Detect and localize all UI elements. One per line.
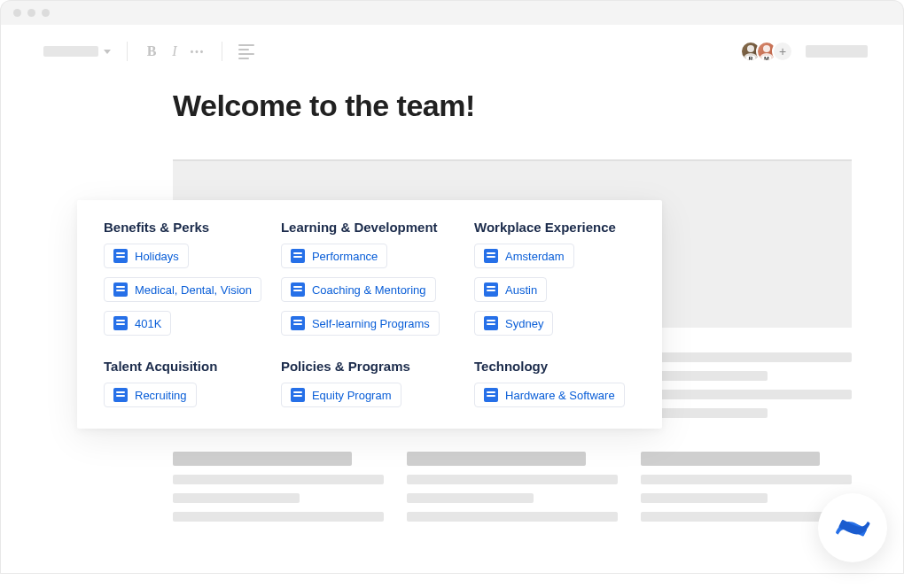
page-icon [484,249,498,263]
category-column: Learning & DevelopmentPerformanceCoachin… [281,220,458,336]
page-link-label: Equity Program [312,389,392,402]
page-icon [113,282,128,297]
page-link-label: Hardware & Software [505,389,615,402]
page-link-chip[interactable]: Medical, Dental, Vision [104,277,261,302]
page-link-chip[interactable]: Coaching & Mentoring [281,277,436,302]
page-icon [291,316,305,330]
italic-button[interactable]: I [167,42,183,61]
text-placeholder [173,475,384,484]
more-formatting-button[interactable]: ••• [190,42,206,61]
category-column: Talent AcquisitionRecruiting [104,359,265,407]
page-link-label: 401K [135,317,161,330]
text-placeholder [641,390,852,399]
page-link-label: Medical, Dental, Vision [135,283,252,297]
page-link-chip[interactable]: Equity Program [281,383,401,407]
category-title: Policies & Programs [281,359,410,374]
category-title: Benefits & Perks [104,220,209,235]
categories-panel: Benefits & PerksHolidaysMedical, Dental,… [77,200,662,429]
text-placeholder [173,512,384,522]
editor-toolbar: B I ••• R M [1,25,903,62]
toolbar-left-group: B I ••• [43,42,254,61]
toolbar-action-placeholder [806,45,868,58]
page-icon [484,282,498,297]
align-left-icon [238,44,254,59]
page-link-chip[interactable]: Hardware & Software [474,383,625,407]
page-link-chip[interactable]: 401K [104,311,171,336]
page-link-label: Holidays [135,250,179,263]
title-placeholder [641,452,820,466]
category-column: Benefits & PerksHolidaysMedical, Dental,… [104,220,265,336]
page-icon [113,316,128,330]
page-link-label: Performance [312,250,378,263]
page-link-label: Coaching & Mentoring [312,283,426,297]
confluence-logo-badge[interactable] [818,493,887,562]
bold-button[interactable]: B [144,42,160,61]
page-icon [291,282,305,297]
page-link-chip[interactable]: Performance [281,244,387,268]
toolbar-divider [222,42,222,61]
app-frame: B I ••• R M [0,25,904,574]
text-placeholder [173,493,300,503]
title-placeholder [407,452,586,466]
category-column: TechnologyHardware & Software [474,359,635,407]
browser-titlebar [0,0,904,25]
category-column: Policies & ProgramsEquity Program [281,359,458,407]
page-link-chip[interactable]: Recruiting [104,383,197,407]
align-button[interactable] [238,42,254,61]
text-placeholder [407,475,618,484]
window-minimize-dot[interactable] [27,9,35,17]
page-link-label: Sydney [505,317,543,330]
collaborator-avatars: R M + [745,41,793,62]
confluence-icon [832,507,873,548]
plus-icon: + [779,44,786,58]
page-icon [113,249,128,263]
add-collaborator-button[interactable]: + [772,41,793,62]
style-placeholder [43,46,98,57]
category-title: Workplace Experience [474,220,616,235]
page-link-label: Austin [505,283,537,297]
text-placeholder [407,493,534,503]
text-placeholder [641,352,852,362]
page-link-chip[interactable]: Austin [474,277,547,302]
text-placeholder [407,512,618,522]
page-link-label: Amsterdam [505,250,564,263]
page-icon [484,388,498,402]
title-placeholder [173,452,352,466]
page-icon [113,388,128,402]
content-column [641,352,852,522]
category-title: Learning & Development [281,220,438,235]
toolbar-divider [127,42,128,61]
page-icon [291,388,305,402]
text-placeholder [641,493,768,503]
page-link-chip[interactable]: Sydney [474,311,553,336]
category-column: Workplace ExperienceAmsterdamAustinSydne… [474,220,635,336]
toolbar-right-group: R M + [745,41,868,62]
window-close-dot[interactable] [13,9,21,17]
page-link-label: Recruiting [135,389,187,402]
chevron-down-icon [104,50,111,54]
page-title[interactable]: Welcome to the team! [173,89,903,123]
page-link-chip[interactable]: Amsterdam [474,244,573,268]
page-link-chip[interactable]: Holidays [104,244,189,268]
window-maximize-dot[interactable] [42,9,50,17]
text-style-dropdown[interactable] [43,46,111,57]
text-placeholder [641,475,852,484]
page-link-label: Self-learning Programs [312,317,430,330]
page-icon [484,316,498,330]
page-icon [291,249,305,263]
category-title: Technology [474,359,548,374]
category-title: Talent Acquisition [104,359,217,374]
page-link-chip[interactable]: Self-learning Programs [281,311,440,336]
